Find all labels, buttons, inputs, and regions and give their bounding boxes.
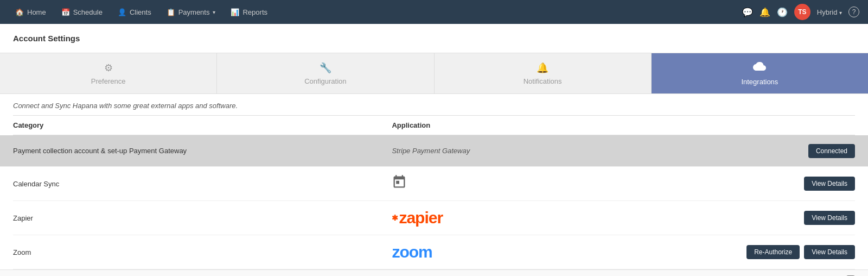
zoom-category: Zoom bbox=[13, 248, 392, 256]
zapier-logo: ✱zapier bbox=[392, 209, 443, 227]
help-icon[interactable]: ? bbox=[848, 7, 859, 17]
stripe-category: Payment collection account & set-up Paym… bbox=[13, 147, 392, 155]
nav-home[interactable]: 🏠 Home bbox=[9, 5, 53, 20]
bell-icon[interactable]: 🔔 bbox=[760, 7, 770, 17]
stripe-action: Connected bbox=[736, 144, 855, 158]
header-action bbox=[736, 121, 855, 129]
page-header: Account Settings bbox=[0, 24, 868, 53]
reports-icon: 📊 bbox=[231, 8, 239, 16]
nav-reports[interactable]: 📊 Reports bbox=[224, 5, 274, 20]
calendar-category: Calendar Sync bbox=[13, 180, 392, 188]
calendar-application bbox=[392, 174, 736, 193]
zapier-category: Zapier bbox=[13, 214, 392, 222]
avatar[interactable]: TS bbox=[794, 4, 810, 20]
user-dropdown-icon: ▾ bbox=[839, 10, 842, 16]
content-subtitle: Connect and Sync Hapana with some great … bbox=[13, 94, 855, 116]
nav-schedule[interactable]: 📅 Schedule bbox=[55, 5, 109, 20]
chat-icon[interactable]: 💬 bbox=[742, 7, 753, 17]
stripe-application: Stripe Payment Gateway bbox=[392, 147, 736, 155]
zapier-action: View Details bbox=[736, 211, 855, 225]
calendar-action: View Details bbox=[736, 177, 855, 191]
nav-payments[interactable]: 📋 Payments ▾ bbox=[160, 5, 222, 20]
table-header: Category Application bbox=[13, 116, 855, 135]
zoom-action: Re-Authorize View Details bbox=[736, 245, 855, 259]
zoom-reauthorize-button[interactable]: Re-Authorize bbox=[746, 245, 800, 259]
top-navigation: 🏠 Home 📅 Schedule 👤 Clients 📋 Payments ▾… bbox=[0, 0, 868, 24]
configuration-icon: 🔧 bbox=[320, 62, 331, 74]
calendar-view-details-button[interactable]: View Details bbox=[804, 177, 855, 191]
tab-configuration[interactable]: 🔧 Configuration bbox=[217, 53, 434, 93]
zapier-view-details-button[interactable]: View Details bbox=[804, 211, 855, 225]
notifications-icon: 🔔 bbox=[537, 62, 548, 74]
tabs-bar: ⚙ Preference 🔧 Configuration 🔔 Notificat… bbox=[0, 53, 868, 94]
header-application: Application bbox=[392, 121, 736, 129]
table-row: Zapier ✱zapier View Details bbox=[13, 201, 855, 235]
payments-icon: 📋 bbox=[167, 8, 175, 16]
zoom-application: zoom bbox=[392, 243, 736, 261]
preference-icon: ⚙ bbox=[104, 62, 113, 74]
stripe-connected-button[interactable]: Connected bbox=[808, 144, 855, 158]
integrations-cloud-icon bbox=[753, 61, 766, 74]
clients-icon: 👤 bbox=[118, 8, 126, 16]
tab-integrations[interactable]: Integrations bbox=[652, 53, 868, 93]
zoom-logo: zoom bbox=[392, 243, 432, 261]
page-title: Account Settings bbox=[13, 34, 855, 43]
table-row: Zoom zoom Re-Authorize View Details bbox=[13, 235, 855, 269]
dropdown-arrow-icon: ▾ bbox=[213, 9, 215, 15]
calendar-icon bbox=[392, 174, 407, 193]
tab-preference[interactable]: ⚙ Preference bbox=[0, 53, 217, 93]
home-icon: 🏠 bbox=[15, 8, 24, 16]
nav-left: 🏠 Home 📅 Schedule 👤 Clients 📋 Payments ▾… bbox=[9, 5, 274, 20]
clock-icon[interactable]: 🕐 bbox=[777, 7, 788, 17]
nav-right: 💬 🔔 🕐 TS Hybrid ▾ ? bbox=[742, 4, 859, 20]
footer: Front Desk Kiosk Try Beta version bbox=[0, 269, 868, 276]
nav-clients[interactable]: 👤 Clients bbox=[111, 5, 158, 20]
zapier-application: ✱zapier bbox=[392, 209, 736, 227]
integrations-content: Connect and Sync Hapana with some great … bbox=[0, 94, 868, 269]
user-label[interactable]: Hybrid ▾ bbox=[817, 8, 842, 16]
zoom-view-details-button[interactable]: View Details bbox=[804, 245, 855, 259]
header-category: Category bbox=[13, 121, 392, 129]
tab-notifications[interactable]: 🔔 Notifications bbox=[435, 53, 652, 93]
table-row: Payment collection account & set-up Paym… bbox=[0, 135, 868, 167]
table-row: Calendar Sync View Details bbox=[13, 167, 855, 201]
schedule-icon: 📅 bbox=[61, 8, 70, 16]
